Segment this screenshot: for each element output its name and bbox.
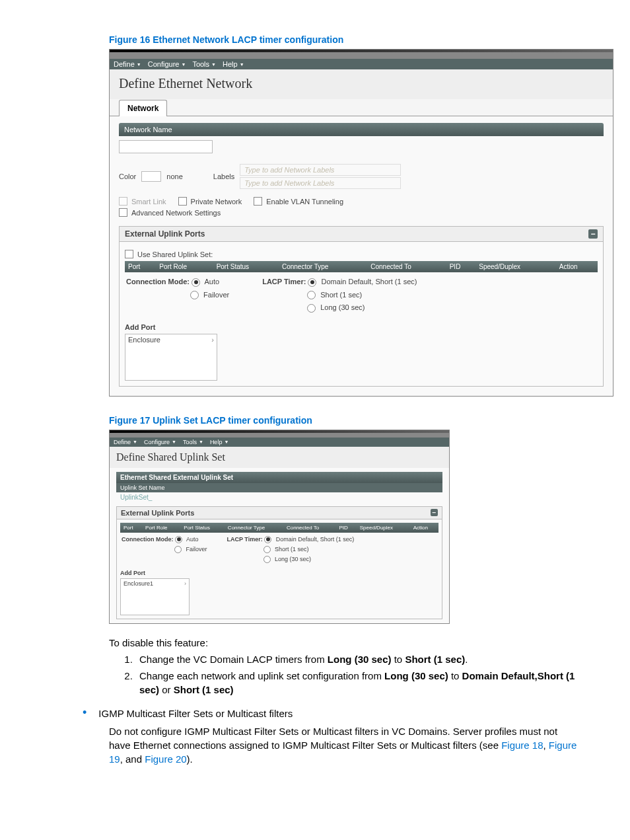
page-title: Define Ethernet Network	[110, 69, 613, 99]
chevron-right-icon: ›	[184, 580, 186, 613]
advanced-settings-label: Advanced Network Settings	[131, 209, 221, 217]
add-port-selector-2[interactable]: Enclosure1 ›	[120, 578, 190, 615]
add-port-selector[interactable]: Enclosure ›	[125, 334, 217, 381]
color-label: Color	[119, 172, 136, 180]
color-swatch[interactable]	[141, 171, 161, 182]
radio-short-2[interactable]	[263, 546, 271, 553]
menubar-2: Define ▼ Configure ▼ Tools ▼ Help ▼	[110, 438, 449, 447]
menu-define[interactable]: Define ▼	[114, 60, 141, 68]
checkbox-smart-link	[119, 197, 127, 206]
figure16-screenshot: Define ▼ Configure ▼ Tools ▼ Help ▼ Defi…	[109, 49, 613, 397]
connection-mode-label: Connection Mode:	[126, 278, 190, 286]
radio-auto-2[interactable]	[175, 536, 182, 543]
add-port-label: Add Port	[125, 323, 598, 331]
step-1: Change the VC Domain LACP timers from Lo…	[135, 652, 577, 666]
external-uplink-ports-header-2: External Uplink Ports −	[116, 506, 442, 519]
radio-long[interactable]	[307, 304, 316, 313]
bullet-icon: •	[83, 706, 87, 718]
link-figure-18[interactable]: Figure 18	[501, 740, 543, 751]
chevron-down-icon: ▼	[137, 62, 141, 67]
uplink-set-name-label: Uplink Set Name	[116, 483, 442, 492]
radio-failover[interactable]	[190, 291, 199, 299]
auto-label: Auto	[204, 278, 219, 286]
figure17-screenshot: Define ▼ Configure ▼ Tools ▼ Help ▼ Defi…	[109, 430, 450, 624]
chevron-down-icon: ▼	[240, 62, 244, 67]
chevron-down-icon: ▼	[199, 439, 203, 444]
menu-tools[interactable]: Tools ▼	[192, 60, 216, 68]
radio-failover-2[interactable]	[174, 546, 182, 553]
network-name-header: Network Name	[119, 123, 604, 136]
radio-long-2[interactable]	[263, 556, 271, 563]
chevron-down-icon: ▼	[211, 62, 216, 67]
long-label-2: Long (30 sec)	[275, 556, 311, 562]
connection-mode-label-2: Connection Mode:	[122, 536, 174, 543]
step-2: Change each network and uplink set confi…	[135, 669, 577, 697]
radio-domain-default-2[interactable]	[264, 536, 271, 543]
menu-help[interactable]: Help ▼	[223, 60, 244, 68]
chevron-down-icon: ▼	[224, 439, 228, 444]
labels-input-1[interactable]: Type to add Network Labels	[240, 164, 401, 176]
figure17-caption: Figure 17 Uplink Set LACP timer configur…	[109, 415, 577, 426]
chevron-down-icon: ▼	[133, 439, 137, 444]
menu-define[interactable]: Define ▼	[114, 439, 137, 445]
short-label: Short (1 sec)	[320, 291, 362, 299]
menu-help[interactable]: Help ▼	[210, 439, 228, 445]
columns-header-row-2: Port Port Role Port Status Connector Typ…	[120, 523, 438, 533]
tab-network[interactable]: Network	[119, 100, 167, 116]
domain-default-label-2: Domain Default, Short (1 sec)	[276, 536, 355, 543]
add-port-label-2: Add Port	[120, 570, 438, 576]
chevron-down-icon: ▼	[181, 62, 186, 67]
disable-feature-intro: To disable this feature:	[109, 636, 577, 650]
page-title-2: Define Shared Uplink Set	[110, 447, 449, 468]
link-figure-20[interactable]: Figure 20	[145, 753, 186, 765]
long-label: Long (30 sec)	[320, 303, 365, 311]
short-label-2: Short (1 sec)	[275, 546, 309, 553]
radio-auto[interactable]	[192, 278, 200, 287]
figure16-caption: Figure 16 Ethernet Network LACP timer co…	[109, 34, 577, 45]
network-name-input[interactable]	[119, 140, 213, 153]
menu-tools[interactable]: Tools ▼	[183, 439, 203, 445]
lacp-timer-label: LACP Timer:	[262, 278, 306, 286]
checkbox-vlan-tunnel[interactable]	[254, 197, 262, 206]
chevron-right-icon: ›	[211, 336, 214, 379]
lacp-timer-label-2: LACP Timer:	[227, 536, 263, 543]
failover-label-2: Failover	[186, 546, 207, 553]
menu-configure[interactable]: Configure ▼	[144, 439, 176, 445]
radio-domain-default[interactable]	[308, 278, 316, 287]
columns-header-row: Port Port Role Port Status Connector Typ…	[125, 261, 598, 272]
auto-label-2: Auto	[186, 536, 199, 543]
ethernet-shared-header: Ethernet Shared External Uplink Set	[116, 472, 442, 483]
menubar: Define ▼ Configure ▼ Tools ▼ Help ▼	[110, 59, 613, 69]
checkbox-use-shared-uplink[interactable]	[125, 250, 133, 258]
vlan-tunnel-label: Enable VLAN Tunneling	[266, 198, 343, 206]
labels-label: Labels	[213, 172, 234, 180]
failover-label: Failover	[203, 291, 229, 299]
color-value: none	[166, 172, 182, 180]
uplink-set-name-value[interactable]: UplinkSet_	[116, 492, 442, 502]
use-shared-uplink-label: Use Shared Uplink Set:	[137, 250, 213, 258]
collapse-icon[interactable]: −	[431, 509, 438, 516]
external-uplink-ports-header: External Uplink Ports −	[119, 226, 604, 242]
private-network-label: Private Network	[191, 198, 242, 206]
labels-input-2[interactable]: Type to add Network Labels	[240, 177, 401, 189]
menu-configure[interactable]: Configure ▼	[148, 60, 186, 68]
chevron-down-icon: ▼	[172, 439, 176, 444]
checkbox-private-network[interactable]	[178, 197, 187, 206]
radio-short[interactable]	[307, 291, 316, 299]
checkbox-advanced-settings[interactable]	[119, 208, 127, 217]
smart-link-label: Smart Link	[131, 198, 166, 206]
collapse-icon[interactable]: −	[588, 229, 598, 239]
bullet-text: IGMP Multicast Filter Sets or Multicast …	[98, 706, 293, 720]
domain-default-label: Domain Default, Short (1 sec)	[322, 278, 417, 286]
igmp-paragraph: Do not configure IGMP Multicast Filter S…	[109, 724, 577, 766]
